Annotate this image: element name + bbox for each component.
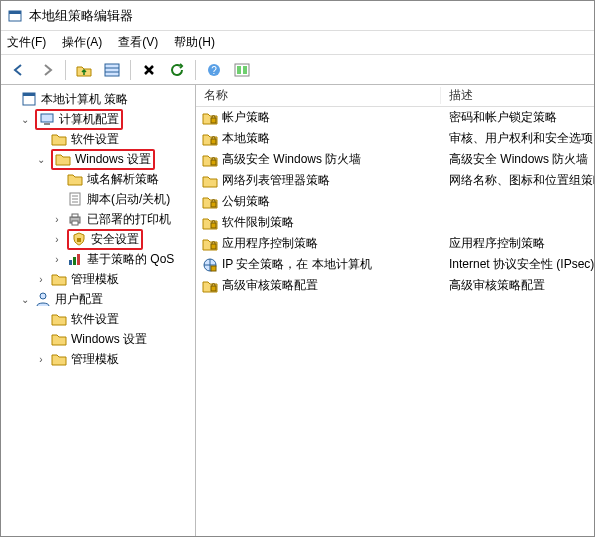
tree-node[interactable]: 域名解析策略 <box>3 169 193 189</box>
highlight-box: Windows 设置 <box>51 149 155 170</box>
chevron-down-icon[interactable]: ⌄ <box>19 114 31 125</box>
tree-node-label: 安全设置 <box>91 231 139 248</box>
menu-view[interactable]: 查看(V) <box>118 34 158 51</box>
list-item[interactable]: 应用程序控制策略应用程序控制策略 <box>196 233 594 254</box>
svg-rect-23 <box>73 257 76 265</box>
svg-rect-27 <box>211 139 216 144</box>
svg-rect-20 <box>72 221 78 225</box>
list-item[interactable]: 帐户策略密码和帐户锁定策略 <box>196 107 594 128</box>
chevron-right-icon[interactable]: › <box>35 274 47 285</box>
folder-icon <box>55 152 71 166</box>
list-item[interactable]: 公钥策略 <box>196 191 594 212</box>
item-name: 公钥策略 <box>222 193 270 210</box>
properties-button[interactable] <box>230 58 254 82</box>
tree-node[interactable]: Windows 设置 <box>3 329 193 349</box>
folder-lock-icon <box>202 237 218 251</box>
item-name: 网络列表管理器策略 <box>222 172 330 189</box>
column-name[interactable]: 名称 <box>196 87 441 104</box>
svg-rect-34 <box>211 286 216 291</box>
list-item[interactable]: 软件限制策略 <box>196 212 594 233</box>
forward-button[interactable] <box>35 58 59 82</box>
cell-desc: Internet 协议安全性 (IPsec) <box>447 256 594 273</box>
svg-rect-12 <box>41 114 53 122</box>
toolbar-separator <box>65 60 66 80</box>
folder-icon <box>51 332 67 346</box>
toolbar-separator <box>195 60 196 80</box>
refresh-button[interactable] <box>165 58 189 82</box>
folder-lock-icon <box>202 216 218 230</box>
cell-name: 应用程序控制策略 <box>202 235 447 252</box>
list-rows: 帐户策略密码和帐户锁定策略本地策略审核、用户权利和安全选项高级安全 Window… <box>196 107 594 536</box>
item-name: 本地策略 <box>222 130 270 147</box>
tree-pane[interactable]: 本地计算机 策略⌄计算机配置软件设置⌄Windows 设置域名解析策略脚本(启动… <box>1 85 196 536</box>
app-icon <box>7 8 23 24</box>
tree-node[interactable]: 软件设置 <box>3 309 193 329</box>
titlebar: 本地组策略编辑器 <box>1 1 594 31</box>
column-desc[interactable]: 描述 <box>441 87 594 104</box>
item-name: 高级安全 Windows 防火墙 <box>222 151 361 168</box>
svg-rect-22 <box>69 260 72 265</box>
folder-icon <box>202 174 218 188</box>
main-area: 本地计算机 策略⌄计算机配置软件设置⌄Windows 设置域名解析策略脚本(启动… <box>1 85 594 536</box>
tree-node-label: 软件设置 <box>71 131 119 148</box>
list-item[interactable]: IP 安全策略，在 本地计算机Internet 协议安全性 (IPsec) <box>196 254 594 275</box>
back-button[interactable] <box>7 58 31 82</box>
item-name: 应用程序控制策略 <box>222 235 318 252</box>
svg-point-25 <box>40 293 46 299</box>
cell-name: 网络列表管理器策略 <box>202 172 447 189</box>
folder-lock-icon <box>202 279 218 293</box>
help-button[interactable]: ? <box>202 58 226 82</box>
folder-icon <box>51 272 67 286</box>
up-folder-button[interactable] <box>72 58 96 82</box>
toolbar: ? <box>1 55 594 85</box>
svg-rect-30 <box>211 223 216 228</box>
chevron-down-icon[interactable]: ⌄ <box>19 294 31 305</box>
tree-node[interactable]: 软件设置 <box>3 129 193 149</box>
tree-node[interactable]: ›管理模板 <box>3 349 193 369</box>
chevron-right-icon[interactable]: › <box>35 354 47 365</box>
folder-lock-icon <box>202 132 218 146</box>
svg-rect-8 <box>237 66 241 74</box>
svg-rect-21 <box>77 238 81 242</box>
chevron-down-icon[interactable]: ⌄ <box>35 154 47 165</box>
ipsec-icon <box>202 257 218 273</box>
chevron-right-icon[interactable]: › <box>51 214 63 225</box>
computer-icon <box>39 112 55 126</box>
tree-node-label: Windows 设置 <box>71 331 147 348</box>
folder-lock-icon <box>202 111 218 125</box>
cell-desc: 高级审核策略配置 <box>447 277 594 294</box>
delete-button[interactable] <box>137 58 161 82</box>
item-name: 高级审核策略配置 <box>222 277 318 294</box>
tree-node[interactable]: 本地计算机 策略 <box>3 89 193 109</box>
tree-node[interactable]: ›管理模板 <box>3 269 193 289</box>
svg-rect-2 <box>105 64 119 76</box>
tree-node[interactable]: ⌄用户配置 <box>3 289 193 309</box>
security-icon <box>71 231 87 247</box>
chevron-right-icon[interactable]: › <box>51 254 63 265</box>
cell-name: 公钥策略 <box>202 193 447 210</box>
menu-help[interactable]: 帮助(H) <box>174 34 215 51</box>
list-item[interactable]: 网络列表管理器策略网络名称、图标和位置组策略 <box>196 170 594 191</box>
tree-node[interactable]: ›安全设置 <box>3 229 193 249</box>
tree-node[interactable]: ›已部署的打印机 <box>3 209 193 229</box>
list-item[interactable]: 高级审核策略配置高级审核策略配置 <box>196 275 594 296</box>
toolbar-separator <box>130 60 131 80</box>
column-headers: 名称 描述 <box>196 85 594 107</box>
qos-icon <box>67 252 83 266</box>
tree-node[interactable]: ⌄Windows 设置 <box>3 149 193 169</box>
tree-node[interactable]: 脚本(启动/关机) <box>3 189 193 209</box>
svg-rect-9 <box>243 66 247 74</box>
menu-file[interactable]: 文件(F) <box>7 34 46 51</box>
menu-action[interactable]: 操作(A) <box>62 34 102 51</box>
list-item[interactable]: 高级安全 Windows 防火墙高级安全 Windows 防火墙 <box>196 149 594 170</box>
highlight-box: 安全设置 <box>67 229 143 250</box>
tree-node[interactable]: ⌄计算机配置 <box>3 109 193 129</box>
cell-name: 本地策略 <box>202 130 447 147</box>
tree-node[interactable]: ›基于策略的 QoS <box>3 249 193 269</box>
chevron-right-icon[interactable]: › <box>51 234 63 245</box>
list-view-button[interactable] <box>100 58 124 82</box>
list-item[interactable]: 本地策略审核、用户权利和安全选项 <box>196 128 594 149</box>
folder-icon <box>51 132 67 146</box>
svg-rect-28 <box>211 160 216 165</box>
cell-name: 软件限制策略 <box>202 214 447 231</box>
